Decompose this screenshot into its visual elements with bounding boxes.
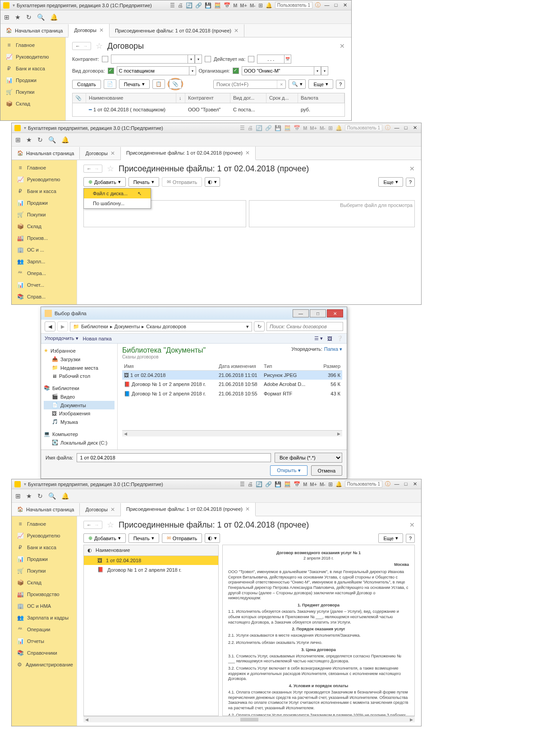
sidebar-item-bank[interactable]: ₽Банк и касса xyxy=(0,63,65,74)
path[interactable]: 📁 Библиотеки ▸ Документы ▸ Сканы договор… xyxy=(70,322,252,331)
col-date[interactable]: Дата изменения xyxy=(217,362,262,370)
sidebar-item[interactable]: 📦Склад xyxy=(12,220,77,232)
sidebar-item[interactable]: 📊Продажи xyxy=(12,197,77,209)
close-icon[interactable]: ✕ xyxy=(245,150,250,156)
help-button[interactable]: ? xyxy=(336,80,345,89)
date-input[interactable] xyxy=(257,55,284,64)
maximize-button[interactable]: □ xyxy=(402,481,409,487)
star-icon[interactable]: ★ xyxy=(15,14,21,21)
crumb[interactable]: Библиотеки xyxy=(81,324,108,329)
mplus-button[interactable]: M+ xyxy=(310,482,317,487)
select-icon[interactable]: ▾ xyxy=(321,66,328,75)
close-icon[interactable]: ✕ xyxy=(340,42,345,50)
tree-recent[interactable]: 📁Недавние места xyxy=(44,363,115,372)
col-attach[interactable]: 📎 xyxy=(73,93,86,103)
col-name[interactable]: Имя xyxy=(122,362,217,370)
find-button[interactable]: 🔍▾ xyxy=(289,79,306,89)
cancel-button[interactable]: Отмена xyxy=(311,465,342,476)
view-button[interactable]: ☰ ▾ xyxy=(314,335,323,341)
sidebar-item[interactable]: 🏢ОС и ... xyxy=(12,244,77,256)
type-input[interactable] xyxy=(117,66,189,75)
apps-icon[interactable]: ⊞ xyxy=(4,14,9,21)
save-icon[interactable]: 💾 xyxy=(275,125,281,131)
help-button[interactable]: ? xyxy=(406,178,415,187)
user-label[interactable]: Пользователь 1 xyxy=(345,481,382,487)
sidebar-item[interactable]: 📚Справочники xyxy=(12,647,77,659)
tab-contracts[interactable]: Договоры✕ xyxy=(80,503,120,516)
calc-icon[interactable]: 🧮 xyxy=(284,481,291,487)
tree-images[interactable]: 🖼Изображения xyxy=(44,409,115,418)
sidebar-item[interactable]: 📊Отчет... xyxy=(12,279,77,291)
col-type[interactable]: Вид дог... xyxy=(230,93,266,103)
close-icon[interactable]: ✕ xyxy=(110,506,115,513)
sidebar-item[interactable]: 📈Руководителю xyxy=(12,174,77,185)
forward-button[interactable]: → xyxy=(94,166,99,171)
dropdown-icon[interactable]: ▾ xyxy=(188,55,195,64)
tree-computer[interactable]: 💻Компьютер xyxy=(44,430,115,438)
grid-row[interactable]: ━ 1 от 02.04.2018 ( поставщиком) ООО "Тр… xyxy=(73,103,344,116)
link-icon[interactable]: 🔗 xyxy=(195,2,202,9)
sidebar-item-main[interactable]: ≡Главное xyxy=(0,39,65,51)
contragent-checkbox[interactable] xyxy=(102,56,108,62)
copy-button[interactable]: 📄 xyxy=(104,79,116,89)
search-icon[interactable]: 🔍 xyxy=(37,14,45,21)
favorite-icon[interactable]: ☆ xyxy=(107,520,114,530)
newfolder-button[interactable]: Новая папка xyxy=(83,336,112,341)
maximize-button[interactable]: □ xyxy=(310,309,326,317)
tree-disk[interactable]: 💽Локальный диск (C:) xyxy=(44,438,115,447)
notify-icon[interactable]: 🔔 xyxy=(61,492,69,500)
tree-music[interactable]: 🎵Музыка xyxy=(44,418,115,426)
print-button[interactable]: Печать▾ xyxy=(129,533,159,543)
back-button[interactable]: ◀ xyxy=(45,321,55,331)
sidebar-item[interactable]: 📊Продажи xyxy=(12,553,77,565)
sidebar-item[interactable]: ₽Банк и касса xyxy=(12,185,77,197)
link-icon[interactable]: 🔗 xyxy=(265,125,272,131)
mplus-button[interactable]: M+ xyxy=(310,125,317,131)
m-button[interactable]: M xyxy=(303,125,307,131)
calendar-icon[interactable]: 📅 xyxy=(224,2,230,9)
view-button[interactable]: ◐▾ xyxy=(205,177,220,187)
more-button[interactable]: Еще▾ xyxy=(378,177,403,187)
sidebar-item[interactable]: ᴬᵏОпера... xyxy=(12,267,77,279)
minimize-button[interactable]: — xyxy=(323,2,330,8)
sidebar-item[interactable]: 🛒Покупки xyxy=(12,209,77,220)
notify-icon[interactable]: 🔔 xyxy=(61,136,69,143)
search-icon[interactable]: 🔍 xyxy=(48,492,56,500)
crumb[interactable]: Сканы договоров xyxy=(146,324,186,329)
sidebar-item[interactable]: ⚙Администрирование xyxy=(12,659,77,670)
history-icon[interactable]: ↻ xyxy=(37,136,43,143)
info-icon[interactable]: ⓘ xyxy=(315,1,321,9)
scrollbar[interactable]: ◀▶ xyxy=(83,716,415,722)
col-sort[interactable]: ↓ xyxy=(176,93,185,103)
close-icon[interactable]: ✕ xyxy=(110,150,115,156)
tab-contracts[interactable]: Договоры ✕ xyxy=(69,24,109,37)
sidebar-item[interactable]: 📈Руководителю xyxy=(12,530,77,542)
list-row[interactable]: 📕Договор № 1 от 2 апреля 2018 г. xyxy=(84,565,218,574)
dropdown-icon[interactable]: ▾ xyxy=(246,324,249,330)
history-icon[interactable]: ↻ xyxy=(37,492,43,500)
preview-button[interactable]: 🖼 xyxy=(327,336,332,341)
calc-icon[interactable]: 🧮 xyxy=(214,2,221,9)
home-tab[interactable]: 🏠 Начальная страница xyxy=(0,24,69,37)
list-button[interactable]: 📋 xyxy=(152,79,165,89)
minimize-button[interactable]: — xyxy=(393,125,400,131)
sidebar-item[interactable]: ᴬᵏОперации xyxy=(12,624,77,635)
sidebar-item-warehouse[interactable]: 📦Склад xyxy=(0,98,65,110)
filter-select[interactable]: Все файлы (*.*) xyxy=(275,453,342,463)
close-icon[interactable]: ✕ xyxy=(409,521,415,528)
send-button[interactable]: ✉Отправить xyxy=(162,177,202,187)
tree-video[interactable]: 🎬Видео xyxy=(44,392,115,401)
type-checkbox[interactable] xyxy=(108,68,114,74)
mminus-button[interactable]: M- xyxy=(320,125,326,131)
sidebar-item[interactable]: 🛒Покупки xyxy=(12,565,77,577)
tree-documents[interactable]: 📄Документы xyxy=(44,401,115,409)
org-input[interactable] xyxy=(242,66,314,75)
tree-desktop[interactable]: 🖥Рабочий стол xyxy=(44,372,115,380)
sidebar-item-purchases[interactable]: 🛒Покупки xyxy=(0,86,65,98)
refresh-icon[interactable]: 🔄 xyxy=(186,2,193,9)
col-type[interactable]: Тип xyxy=(262,362,312,370)
sidebar-item[interactable]: 🏭Производство xyxy=(12,588,77,600)
user-label[interactable]: Пользователь 1 xyxy=(275,2,312,9)
calc-icon[interactable]: 🧮 xyxy=(284,125,291,131)
view-button[interactable]: ◐▾ xyxy=(205,533,220,543)
